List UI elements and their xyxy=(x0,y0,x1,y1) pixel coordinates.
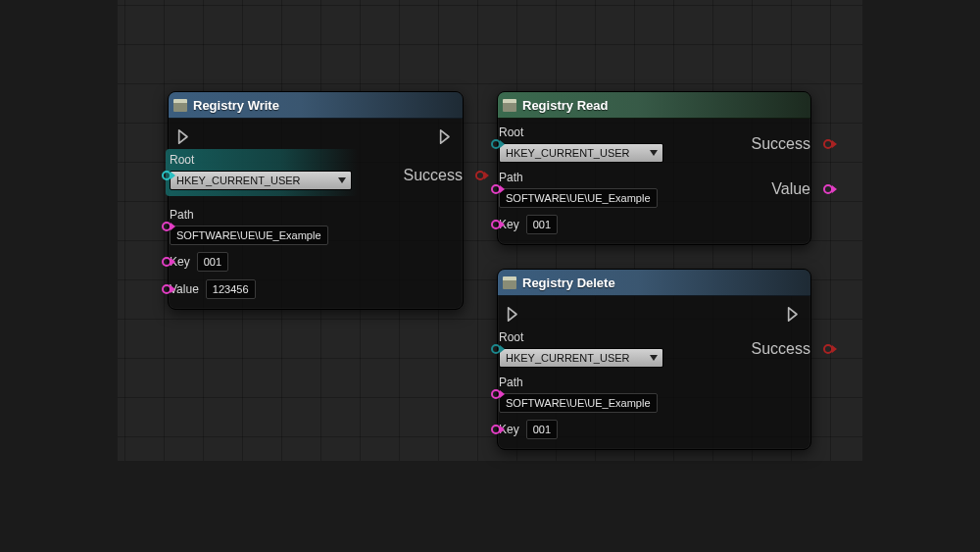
key-pin[interactable] xyxy=(488,423,503,435)
path-input[interactable]: SOFTWARE\UE\UE_Example xyxy=(499,188,658,208)
value-pin[interactable] xyxy=(159,282,173,295)
chevron-down-icon xyxy=(650,355,658,361)
path-pin[interactable] xyxy=(159,220,173,232)
root-dropdown[interactable]: HKEY_CURRENT_USER xyxy=(499,143,663,163)
success-label: Success xyxy=(752,135,810,153)
exec-in-pin[interactable] xyxy=(177,128,192,145)
node-registry-read[interactable]: Registry Read Root HKEY_CURRENT_USER Suc… xyxy=(497,91,811,245)
path-label: Path xyxy=(499,171,658,184)
key-pin[interactable] xyxy=(488,218,503,230)
success-pin[interactable] xyxy=(820,342,835,355)
root-pin[interactable] xyxy=(488,342,503,355)
node-header[interactable]: Registry Write xyxy=(169,92,463,119)
root-label: Root xyxy=(170,153,352,167)
exec-out-pin[interactable] xyxy=(787,306,802,323)
node-title: Registry Write xyxy=(193,98,279,113)
value-input[interactable]: 123456 xyxy=(206,279,256,299)
key-input[interactable]: 001 xyxy=(526,420,558,439)
chevron-down-icon xyxy=(338,177,346,183)
node-title: Registry Delete xyxy=(522,276,615,290)
node-registry-write[interactable]: Registry Write Root HKEY_CURRENT_USER Su… xyxy=(168,91,464,310)
path-input[interactable]: SOFTWARE\UE\UE_Example xyxy=(170,226,328,245)
exec-out-pin[interactable] xyxy=(439,128,454,145)
exec-in-pin[interactable] xyxy=(507,306,521,323)
path-pin[interactable] xyxy=(488,182,503,195)
path-label: Path xyxy=(170,208,328,222)
key-input[interactable]: 001 xyxy=(526,215,558,234)
success-pin[interactable] xyxy=(820,137,835,150)
chevron-down-icon xyxy=(650,150,658,156)
path-input[interactable]: SOFTWARE\UE\UE_Example xyxy=(499,393,658,413)
value-out-label: Value xyxy=(771,180,810,198)
key-input[interactable]: 001 xyxy=(197,252,228,272)
root-dropdown[interactable]: HKEY_CURRENT_USER xyxy=(170,171,352,190)
node-header[interactable]: Registry Read xyxy=(498,92,810,119)
node-registry-delete[interactable]: Registry Delete Root HKEY_CURRENT_USER S… xyxy=(497,269,811,450)
root-label: Root xyxy=(499,330,663,344)
root-label: Root xyxy=(499,125,663,139)
root-dropdown[interactable]: HKEY_CURRENT_USER xyxy=(499,348,663,368)
node-header[interactable]: Registry Delete xyxy=(498,270,810,296)
success-label: Success xyxy=(752,340,810,358)
success-label: Success xyxy=(404,167,463,184)
key-pin[interactable] xyxy=(159,255,173,268)
value-out-pin[interactable] xyxy=(820,182,835,195)
function-icon xyxy=(503,99,516,112)
root-pin[interactable] xyxy=(488,137,503,150)
success-pin[interactable] xyxy=(472,169,487,181)
function-icon xyxy=(173,99,187,112)
root-pin[interactable] xyxy=(159,169,173,181)
path-label: Path xyxy=(499,376,658,389)
node-title: Registry Read xyxy=(522,98,608,113)
function-icon xyxy=(503,276,516,289)
path-pin[interactable] xyxy=(488,387,503,400)
